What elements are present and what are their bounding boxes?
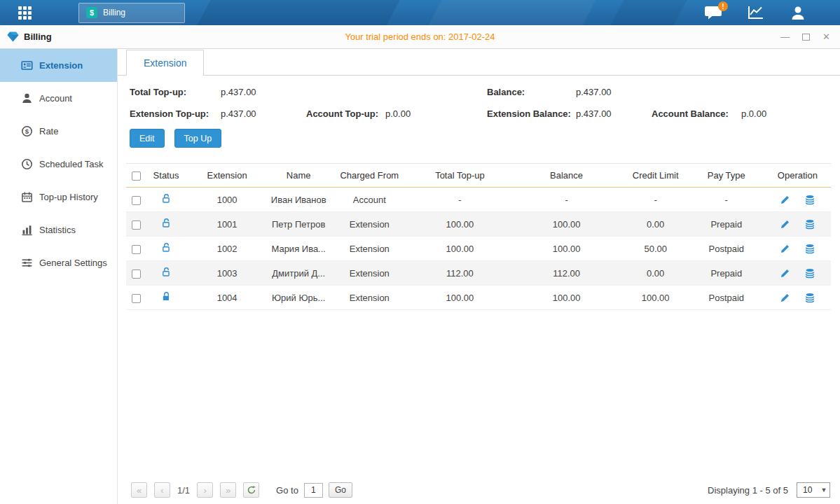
- extensions-table: Status Extension Name Charged From Total…: [126, 163, 831, 310]
- charged-from-cell: Extension: [329, 212, 409, 237]
- sidebar-item-rate[interactable]: $ Rate: [0, 115, 117, 148]
- top-up-coins-icon[interactable]: [804, 194, 815, 205]
- go-button[interactable]: Go: [329, 482, 352, 498]
- total-topup-cell: 100.00: [409, 237, 510, 261]
- table-row: 1003 Дмитрий Д... Extension 112.00 112.0…: [126, 261, 831, 286]
- sidebar-item-statistics[interactable]: Statistics: [0, 214, 117, 246]
- lock-status-icon[interactable]: [161, 193, 172, 204]
- balance-cell: 112.00: [511, 261, 623, 286]
- balance-label: Balance:: [487, 87, 576, 97]
- select-all-checkbox[interactable]: [132, 172, 141, 181]
- sidebar-item-account[interactable]: Account: [0, 82, 117, 115]
- lock-status-icon[interactable]: [161, 291, 172, 302]
- credit-limit-cell: 50.00: [623, 237, 689, 261]
- prev-page-button[interactable]: ‹: [154, 482, 170, 498]
- credit-limit-cell: 0.00: [623, 261, 689, 286]
- last-page-button[interactable]: »: [220, 482, 236, 498]
- page-indicator: 1/1: [177, 485, 190, 496]
- goto-page-input[interactable]: [304, 483, 323, 498]
- topbar-tab-billing[interactable]: $ Billing: [78, 3, 185, 23]
- name-cell: Иван Иванов: [268, 188, 329, 212]
- credit-limit-cell: 0.00: [623, 212, 689, 237]
- topbar-tab-label: Billing: [103, 8, 125, 18]
- pay-type-cell: Postpaid: [689, 237, 764, 261]
- sidebar-item-extension[interactable]: Extension: [0, 49, 117, 82]
- extension-balance-label: Extension Balance:: [487, 108, 576, 119]
- total-topup-label: Total Top-up:: [130, 87, 221, 97]
- edit-icon[interactable]: [780, 219, 790, 230]
- edit-icon[interactable]: [780, 195, 790, 205]
- page-size-select[interactable]: 10 ▼: [797, 482, 830, 498]
- main-content: Extension Total Top-up: p.437.00 Balance…: [118, 49, 840, 504]
- top-up-coins-icon[interactable]: [804, 243, 815, 254]
- row-checkbox[interactable]: [132, 220, 141, 230]
- charged-from-cell: Extension: [329, 286, 409, 310]
- name-cell: Мария Ива...: [268, 237, 329, 261]
- table-row: 1001 Петр Петров Extension 100.00 100.00…: [126, 212, 831, 237]
- account-icon: [21, 92, 33, 104]
- goto-label: Go to: [276, 485, 298, 496]
- row-checkbox[interactable]: [132, 270, 141, 279]
- app-launcher-icon[interactable]: [18, 6, 32, 20]
- pay-type-cell: Prepaid: [689, 261, 764, 286]
- bar-chart-icon: [21, 224, 33, 236]
- top-up-coins-icon[interactable]: [804, 218, 815, 230]
- row-checkbox[interactable]: [132, 294, 141, 303]
- row-checkbox[interactable]: [132, 196, 141, 205]
- row-checkbox[interactable]: [132, 245, 141, 254]
- chevron-down-icon: ▼: [818, 486, 829, 493]
- extension-topup-label: Extension Top-up:: [130, 108, 221, 119]
- maximize-icon[interactable]: [802, 34, 810, 41]
- notifications-chat-icon[interactable]: !: [704, 6, 722, 20]
- lock-status-icon[interactable]: [161, 242, 172, 253]
- account-topup-value: p.0.00: [385, 108, 487, 119]
- sidebar-item-general-settings[interactable]: General Settings: [0, 246, 117, 279]
- page-size-value: 10: [797, 485, 818, 495]
- topbar-decoration: [192, 0, 404, 25]
- top-up-coins-icon[interactable]: [804, 292, 815, 303]
- total-topup-cell: -: [409, 188, 510, 212]
- edit-icon[interactable]: [780, 268, 790, 279]
- sidebar-item-topup-history[interactable]: Top-up History: [0, 181, 117, 214]
- extension-cell: 1003: [186, 261, 268, 286]
- edit-icon[interactable]: [780, 293, 790, 303]
- charged-from-cell: Extension: [329, 261, 409, 286]
- name-cell: Юрий Юрь...: [268, 286, 329, 310]
- displaying-text: Displaying 1 - 5 of 5: [708, 485, 788, 496]
- tab-strip: Extension: [118, 49, 840, 76]
- extension-cell: 1004: [186, 286, 268, 310]
- table-row: 1000 Иван Иванов Account - - - -: [126, 188, 831, 212]
- user-account-icon[interactable]: [790, 5, 806, 20]
- balance-cell: 100.00: [511, 286, 623, 310]
- pagination-bar: « ‹ 1/1 › » Go to Go Displaying 1 - 5 of…: [131, 482, 830, 498]
- edit-icon[interactable]: [780, 244, 790, 254]
- statistics-chart-icon[interactable]: [748, 5, 764, 20]
- extension-balance-value: p.437.00: [576, 108, 652, 119]
- first-page-button[interactable]: «: [131, 482, 147, 498]
- calendar-icon: [21, 191, 33, 203]
- notification-badge: !: [718, 1, 728, 11]
- refresh-button[interactable]: [243, 482, 259, 498]
- close-icon[interactable]: ✕: [822, 32, 830, 41]
- col-header-charged-from: Charged From: [329, 164, 409, 188]
- tab-extension[interactable]: Extension: [126, 50, 204, 76]
- clock-icon: [21, 158, 33, 170]
- minimize-icon[interactable]: —: [780, 32, 790, 41]
- lock-status-icon[interactable]: [161, 218, 172, 228]
- extension-cell: 1001: [186, 212, 268, 237]
- sidebar-item-label: Account: [39, 93, 72, 104]
- sidebar-item-label: Extension: [39, 60, 83, 71]
- sidebar: Extension Account $ Rate: [0, 49, 118, 504]
- balance-value: p.437.00: [576, 87, 652, 97]
- table-row: 1002 Мария Ива... Extension 100.00 100.0…: [126, 237, 831, 261]
- top-up-coins-icon[interactable]: [804, 267, 815, 279]
- topbar-decoration: [423, 0, 600, 25]
- sidebar-item-scheduled-task[interactable]: Scheduled Task: [0, 148, 117, 181]
- window-title-bar: Billing Your trial period ends on: 2017-…: [0, 25, 840, 49]
- col-header-name: Name: [268, 164, 329, 188]
- next-page-button[interactable]: ›: [197, 482, 213, 498]
- total-topup-cell: 100.00: [409, 286, 510, 310]
- lock-status-icon[interactable]: [161, 267, 172, 277]
- top-up-button[interactable]: Top Up: [174, 129, 222, 148]
- edit-button[interactable]: Edit: [130, 129, 165, 148]
